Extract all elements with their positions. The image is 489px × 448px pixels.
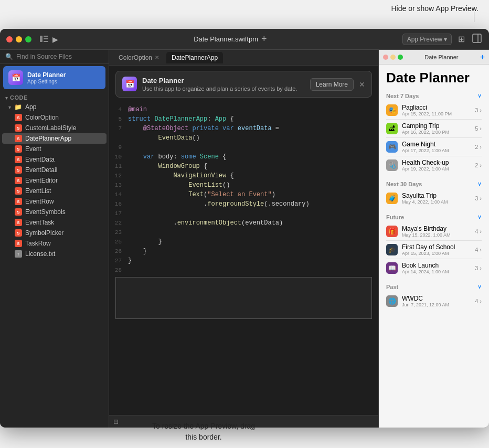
code-line: 12 NavigationView {	[109, 171, 378, 180]
swift-icon: S	[15, 135, 22, 142]
project-name: Date Planner	[27, 71, 100, 79]
main-content: 🔍 📅 Date Planner App Settings ▾ Code ▾ 📁	[0, 50, 489, 428]
list-item[interactable]: 🎮 Game Night Apr 17, 2022, 1:00 AM 2 ›	[379, 138, 489, 156]
folder-label: App	[25, 103, 36, 111]
preview-app-title: Date Planner	[379, 65, 489, 88]
event-name: Pagliacci	[402, 104, 471, 111]
event-icon: 🏕	[386, 123, 398, 134]
list-item[interactable]: S EventData	[0, 154, 109, 165]
close-tab-icon[interactable]: ✕	[155, 55, 159, 60]
event-name: WWDC	[402, 295, 471, 302]
event-icon: 🎁	[386, 226, 398, 237]
file-label: ColorOption	[25, 114, 59, 121]
preview-title-text: Date Planner	[406, 54, 477, 60]
section-chevron-next7[interactable]: ∨	[477, 92, 482, 99]
list-item[interactable]: S EventDetail	[0, 165, 109, 175]
list-item[interactable]: S CustomLabelStyle	[0, 123, 109, 133]
sidebar-toggle-button[interactable]	[40, 35, 48, 44]
list-item[interactable]: S EventList	[0, 186, 109, 196]
list-item[interactable]: 🎁 Maya's Birthday May 15, 2022, 1:00 AM …	[379, 222, 489, 240]
svg-rect-3	[44, 41, 48, 42]
code-line: 10 var body: some Scene {	[109, 152, 378, 162]
list-item[interactable]: S Event	[0, 144, 109, 154]
code-line: 26 }	[109, 247, 378, 256]
section-chevron-next30[interactable]: ∨	[477, 180, 482, 187]
list-item[interactable]: S EventSymbols	[0, 207, 109, 217]
list-item[interactable]: S TaskRow	[0, 238, 109, 249]
tab-coloroption[interactable]: ColorOption ✕	[113, 52, 164, 63]
event-date: Apr 17, 2022, 1:00 AM	[402, 148, 471, 153]
code-editor[interactable]: 4 @main 5 struct DatePlannerApp: App { 7…	[109, 103, 378, 415]
event-count: 4 ›	[475, 298, 482, 304]
preview-minimize-button[interactable]	[390, 55, 396, 60]
section-chevron-past[interactable]: ∨	[477, 283, 482, 290]
library-icon[interactable]: ⊞	[457, 33, 466, 45]
section-chevron-future[interactable]: ∨	[477, 214, 482, 220]
tab-bar: ColorOption ✕ DatePlannerApp	[109, 50, 378, 66]
preview-close-button[interactable]	[383, 55, 388, 60]
list-item[interactable]: 🧳 Sayulita Trip May 4, 2022, 1:00 AM 3 ›	[379, 189, 489, 207]
fullscreen-button[interactable]	[25, 36, 31, 42]
code-line: 27 }	[109, 256, 378, 265]
list-section-next30: Next 30 Days ∨ 🧳 Sayulita Trip May 4, 20…	[379, 176, 489, 209]
list-item[interactable]: S SymbolPicker	[0, 228, 109, 238]
add-file-button[interactable]: +	[261, 34, 267, 45]
list-item[interactable]: S DatePlannerApp	[2, 133, 107, 144]
list-item[interactable]: T License.txt	[0, 249, 109, 259]
xcode-window: ▶ Date Planner.swiftpm + App Preview ▾ ⊞	[0, 29, 489, 428]
event-date: Apr 19, 2022, 1:00 AM	[402, 166, 471, 172]
list-item[interactable]: 🎭 Pagliacci Apr 15, 2022, 11:00 PM 3 ›	[379, 101, 489, 119]
swift-icon: S	[15, 219, 22, 226]
event-name: Book Launch	[402, 262, 471, 269]
search-input[interactable]	[16, 53, 103, 60]
title-bar: ▶ Date Planner.swiftpm + App Preview ▾ ⊞	[0, 29, 489, 50]
minimize-button[interactable]	[16, 36, 22, 42]
event-icon: 🩺	[386, 159, 398, 171]
traffic-lights	[6, 36, 31, 42]
list-item[interactable]: 🩺 Health Check-up Apr 19, 2022, 1:00 AM …	[379, 156, 489, 174]
section-header: ▾ Code	[0, 91, 109, 102]
folder-item-app[interactable]: ▾ 📁 App	[0, 102, 109, 112]
code-line: 9	[109, 143, 378, 152]
list-item[interactable]: 🌐 WWDC Jun 7, 2021, 12:00 AM 4 ›	[379, 292, 489, 310]
event-name: Maya's Birthday	[402, 225, 471, 232]
preview-content: Date Planner Next 7 Days ∨ 🎭 Pagliacci A…	[379, 65, 489, 428]
project-header[interactable]: 📅 Date Planner App Settings	[3, 66, 105, 89]
editor-area: ColorOption ✕ DatePlannerApp 📅 Date Plan…	[109, 50, 379, 428]
event-count: 3 ›	[475, 195, 482, 201]
file-label: EventList	[25, 187, 51, 195]
list-item[interactable]: 📖 Book Launch Apr 14, 2024, 1:00 AM 3 ›	[379, 259, 489, 277]
run-button[interactable]: ▶	[52, 35, 58, 44]
section-title-future: Future	[386, 214, 404, 220]
list-item[interactable]: S ColorOption	[0, 112, 109, 123]
list-item[interactable]: S EventRow	[0, 196, 109, 207]
learn-more-button[interactable]: Learn More	[310, 78, 354, 91]
list-item[interactable]: 🏕 Camping Trip Apr 16, 2022, 1:00 PM 5 ›	[379, 120, 489, 137]
list-item[interactable]: S EventEditor	[0, 175, 109, 186]
event-info: WWDC Jun 7, 2021, 12:00 AM	[402, 295, 471, 307]
swift-icon: S	[15, 187, 22, 195]
preview-add-button[interactable]: +	[480, 52, 485, 62]
swift-icon: S	[15, 208, 22, 216]
file-label: EventTask	[25, 219, 54, 226]
event-icon: 🌐	[386, 295, 398, 307]
event-info: Sayulita Trip May 4, 2022, 1:00 AM	[402, 192, 471, 205]
banner-close-button[interactable]: ✕	[359, 80, 365, 89]
tab-dateplannerapp[interactable]: DatePlannerApp	[166, 52, 223, 63]
event-date: Jun 7, 2021, 12:00 AM	[402, 302, 471, 307]
preview-fullscreen-button[interactable]	[398, 55, 403, 60]
code-line: 23	[109, 228, 378, 237]
list-section-next7: Next 7 Days ∨ 🎭 Pagliacci Apr 15, 2022, …	[379, 88, 489, 176]
list-item[interactable]: S EventTask	[0, 217, 109, 228]
swift-icon: S	[15, 240, 22, 247]
svg-rect-1	[44, 36, 48, 37]
list-item[interactable]: 🎓 First Day of School Apr 15, 2023, 1:00…	[379, 241, 489, 259]
search-bar: 🔍	[0, 50, 109, 64]
event-name: Camping Trip	[402, 122, 471, 130]
close-button[interactable]	[6, 36, 13, 42]
file-label: DatePlannerApp	[25, 135, 71, 142]
event-info: Health Check-up Apr 19, 2022, 1:00 AM	[402, 159, 471, 172]
annotation-bottom: To resize the App Preview, dragthis bord…	[152, 421, 255, 443]
hide-show-preview-icon[interactable]	[471, 33, 483, 46]
app-preview-button[interactable]: App Preview ▾	[402, 34, 452, 45]
